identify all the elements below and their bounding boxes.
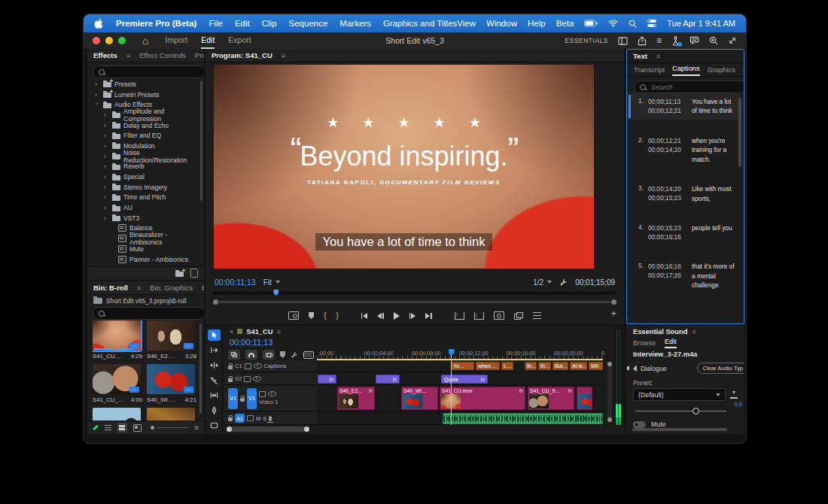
effects-tree-item[interactable]: › Noise Reduction/Restoration bbox=[89, 151, 198, 162]
menu-sequence[interactable]: Sequence bbox=[289, 19, 328, 28]
step-forward-icon[interactable] bbox=[409, 313, 416, 319]
panel-menu-icon[interactable]: ≡ bbox=[656, 53, 660, 60]
caption-list-scrollbar[interactable] bbox=[738, 98, 741, 167]
sequence-tab[interactable]: S41_CU bbox=[246, 328, 272, 335]
add-marker-icon[interactable] bbox=[309, 312, 314, 319]
fullscreen-icon[interactable] bbox=[728, 36, 737, 45]
caption-clip[interactable]: Yo… bbox=[451, 362, 474, 370]
tab-properties[interactable]: Propertie bbox=[195, 51, 204, 59]
stacked-panels-icon[interactable]: ≡ bbox=[656, 35, 662, 46]
effects-tree-item[interactable]: › Filter and EQ bbox=[89, 130, 198, 141]
bin-clip[interactable]: ⋯ S41_CU_9... 4:00 bbox=[93, 364, 142, 406]
menu-edit[interactable]: Edit bbox=[235, 19, 250, 28]
sync-lock-icon[interactable] bbox=[245, 363, 251, 369]
caption-clip[interactable]: At le… bbox=[570, 362, 587, 370]
text-panel-title[interactable]: Text bbox=[633, 52, 647, 60]
timeline-timecode[interactable]: 00;00;11;13 bbox=[230, 338, 272, 347]
caption-list-item[interactable]: 2. 00;00;12;2100;00;14;20 when you're tr… bbox=[627, 132, 739, 168]
twirl-icon[interactable]: › bbox=[104, 122, 109, 129]
step-back-icon[interactable] bbox=[377, 313, 384, 319]
button-editor-icon[interactable] bbox=[533, 312, 541, 319]
tab-effects[interactable]: Effects bbox=[93, 51, 117, 59]
track-visibility-icon[interactable] bbox=[253, 376, 261, 381]
essential-sound-scrollbar[interactable] bbox=[632, 428, 727, 431]
bin-breadcrumb[interactable]: Short Edit v65_3.prproj\B-roll bbox=[106, 297, 187, 305]
twirl-icon[interactable]: › bbox=[104, 142, 109, 150]
graphic-clip[interactable]: fx bbox=[318, 375, 336, 384]
playback-resolution-dropdown[interactable]: 1/2 bbox=[533, 278, 552, 287]
menu-file[interactable]: File bbox=[209, 19, 223, 28]
tab-bin-broll[interactable]: Bin: B-roll bbox=[93, 284, 128, 292]
clip-thumbnail[interactable] bbox=[93, 408, 141, 421]
clip-thumbnail[interactable]: ⋯ bbox=[93, 364, 141, 394]
snap-magnet-icon[interactable] bbox=[245, 350, 257, 360]
effects-tree-item[interactable]: › Panner - Ambisonics bbox=[89, 254, 198, 265]
video-clip[interactable]: S41_CU.movfx bbox=[440, 387, 525, 410]
nav-edit[interactable]: Edit bbox=[201, 32, 215, 49]
caption-list-item[interactable]: 4. 00;00;15;2300;00;16;16 people tell yo… bbox=[627, 220, 739, 245]
menu-view[interactable]: View bbox=[457, 19, 476, 28]
tab-browse[interactable]: Browse bbox=[633, 339, 656, 347]
audio-clip[interactable] bbox=[443, 413, 603, 424]
linked-selection-icon[interactable] bbox=[263, 350, 275, 360]
program-seek-bar[interactable] bbox=[213, 291, 616, 295]
caption-timecodes[interactable]: 00;00;16;1600;00;17;26 bbox=[648, 262, 687, 290]
sync-lock-icon[interactable] bbox=[244, 376, 251, 382]
type-tool[interactable] bbox=[208, 420, 221, 431]
track-visibility-icon[interactable] bbox=[268, 391, 276, 396]
tab-captions[interactable]: Captions bbox=[672, 63, 700, 76]
timeline-horizontal-scrollbar[interactable] bbox=[227, 427, 309, 432]
razor-tool[interactable] bbox=[208, 375, 221, 386]
apple-icon[interactable] bbox=[94, 18, 104, 29]
new-custom-bin-icon[interactable] bbox=[175, 272, 184, 277]
effects-tree-item[interactable]: › Amplitude and Compression bbox=[89, 110, 198, 120]
bin-clip[interactable]: ⋯ S40_E2.mov 3:28 bbox=[147, 320, 196, 363]
minimize-window-button[interactable] bbox=[105, 37, 113, 44]
panel-menu-icon[interactable]: ≡ bbox=[692, 328, 696, 335]
track-name-c1[interactable]: C1 bbox=[235, 363, 242, 369]
effects-tree-item[interactable]: › Special bbox=[89, 172, 198, 182]
lift-icon[interactable]: ↑ bbox=[455, 312, 464, 320]
clip-thumbnail[interactable]: ⋯ bbox=[93, 320, 141, 351]
v1-lane[interactable]: S40_E2…fx S40_WI… S41_CU.movfx S41_CU_9…… bbox=[317, 386, 604, 411]
playhead-timecode[interactable]: 00;00;11;13 bbox=[215, 278, 256, 287]
caption-text[interactable]: when you're training for a match. bbox=[692, 136, 736, 164]
delete-icon[interactable] bbox=[190, 270, 198, 278]
clip-thumbnail[interactable]: ⋯ bbox=[147, 320, 195, 351]
caption-timecodes[interactable]: 00;00;15;2300;00;16;16 bbox=[648, 223, 687, 241]
tab-program-monitor[interactable]: Program: S41_CU bbox=[212, 51, 272, 59]
add-button-icon[interactable]: + bbox=[610, 308, 616, 319]
nav-export[interactable]: Export bbox=[228, 32, 251, 49]
caption-clip[interactable]: But… bbox=[553, 362, 568, 370]
solo-track-button[interactable]: S bbox=[263, 415, 266, 422]
effects-tree-item[interactable]: › Presets bbox=[89, 79, 198, 90]
menu-clip[interactable]: Clip bbox=[262, 19, 277, 28]
panel-menu-icon[interactable]: ≡ bbox=[126, 52, 130, 59]
twirl-icon[interactable]: › bbox=[93, 102, 101, 108]
lock-icon[interactable] bbox=[228, 366, 233, 369]
lock-icon[interactable] bbox=[228, 417, 233, 421]
sync-lock-icon[interactable] bbox=[259, 391, 266, 397]
menubar-clock[interactable]: Tue Apr 1 9:41 AM bbox=[667, 19, 735, 28]
video-clip[interactable]: S40_E2…fx bbox=[337, 387, 375, 410]
caption-timecodes[interactable]: 00;00;14;2000;00;15;23 bbox=[648, 184, 687, 203]
freeform-view-icon[interactable] bbox=[133, 424, 142, 432]
video-clip[interactable]: S40_WI… bbox=[401, 387, 438, 410]
bin-clip[interactable] bbox=[147, 408, 196, 421]
caption-clip[interactable]: L… bbox=[501, 362, 513, 370]
tab-s4[interactable]: S4 bbox=[743, 66, 744, 74]
bin-clip[interactable]: ⋯ S41_CU.mov 4:29 bbox=[93, 320, 142, 363]
track-select-forward-tool[interactable] bbox=[208, 345, 221, 356]
preset-dropdown[interactable]: (Default) bbox=[633, 388, 726, 401]
extract-icon[interactable]: ↓ bbox=[474, 312, 484, 320]
play-icon[interactable] bbox=[394, 312, 400, 320]
effects-tree-item[interactable]: › Binauralizer - Ambisonics bbox=[89, 233, 198, 244]
clear-audio-type-button[interactable]: Clear Audio Typ bbox=[697, 363, 744, 374]
caption-list-item[interactable]: 5. 00;00;16;1600;00;17;26 that it's more… bbox=[627, 258, 739, 293]
list-view-icon[interactable] bbox=[105, 425, 111, 431]
home-icon[interactable]: ⌂ bbox=[142, 35, 148, 47]
clip-badge-icon[interactable]: ⋯ bbox=[129, 343, 139, 349]
a1-lane[interactable] bbox=[317, 412, 604, 425]
twirl-icon[interactable]: › bbox=[104, 184, 109, 191]
settings-wrench-icon[interactable] bbox=[559, 278, 568, 287]
